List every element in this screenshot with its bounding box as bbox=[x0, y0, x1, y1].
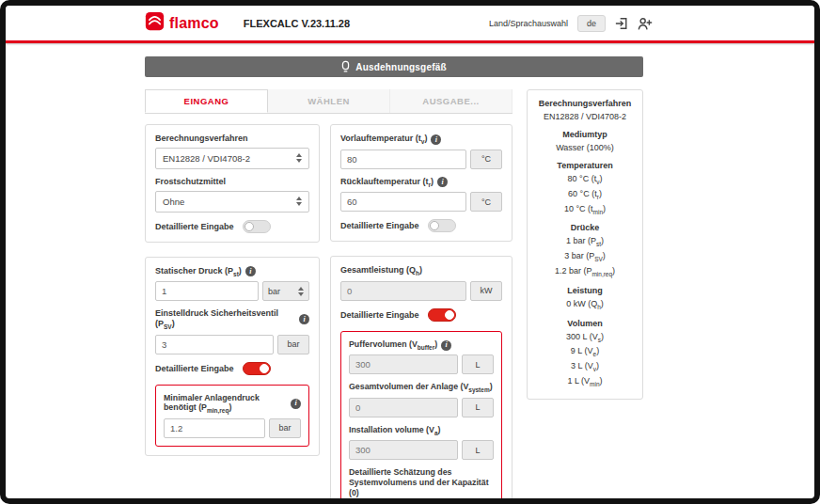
ruecklauftemperatur-input[interactable] bbox=[340, 192, 466, 212]
info-icon[interactable]: i bbox=[245, 266, 256, 276]
summary-method-value: EN12828 / VDI4708-2 bbox=[531, 112, 639, 121]
tab-ausgabe[interactable]: AUSGABE... bbox=[390, 89, 512, 113]
summary-pressure-line: 1 bar (Pst) bbox=[531, 236, 639, 247]
summary-pressure-line: 3 bar (PSV) bbox=[531, 251, 639, 262]
summary-temp-line: 80 °C (tv) bbox=[531, 174, 639, 185]
language-pill[interactable]: de bbox=[577, 15, 606, 32]
vorlauftemperatur-label: Vorlauftemperatur (tv) i bbox=[340, 134, 502, 146]
installation-volume-input bbox=[349, 440, 458, 460]
login-icon[interactable] bbox=[615, 17, 628, 30]
statischer-druck-label: Statischer Druck (Pst) i bbox=[155, 266, 309, 278]
info-icon[interactable]: i bbox=[431, 134, 441, 145]
gesamtleistung-label: Gesamtleistung (Qh) bbox=[340, 265, 502, 277]
calculation-summary-panel: Berechnungsverfahren EN12828 / VDI4708-2… bbox=[527, 89, 643, 400]
detaillierte-eingabe-label: Detaillierte Eingabe bbox=[155, 222, 234, 231]
detaillierte-eingabe-toggle[interactable] bbox=[243, 362, 271, 375]
app-window: flamco FLEXCALC V.23.11.28 Land/Sprachau… bbox=[0, 0, 820, 504]
statischer-druck-unit-select[interactable]: bar bbox=[262, 281, 309, 301]
info-icon[interactable]: i bbox=[299, 314, 309, 324]
flamco-logo[interactable]: flamco bbox=[145, 11, 219, 35]
puffervolumen-unit: L bbox=[462, 354, 494, 374]
summary-method-heading: Berechnungsverfahren bbox=[531, 99, 639, 108]
summary-pressure-line: 1.2 bar (Pmin,req) bbox=[531, 266, 639, 277]
gesamtleistung-input bbox=[340, 281, 466, 301]
page-content: Ausdehnungsgefäß EINGANG WÄHLEN AUSGABE.… bbox=[6, 43, 814, 504]
vorlauftemperatur-input[interactable] bbox=[340, 150, 466, 169]
statischer-druck-input[interactable] bbox=[155, 281, 259, 301]
info-icon[interactable]: i bbox=[437, 177, 448, 187]
detaillierte-eingabe-toggle[interactable] bbox=[243, 220, 271, 233]
tab-waehlen[interactable]: WÄHLEN bbox=[268, 89, 390, 113]
select-arrows-icon bbox=[296, 197, 302, 206]
gesamtvolumen-label: Gesamtvolumen der Anlage (Vsystem) bbox=[349, 382, 494, 394]
frostschutzmittel-label: Frostschutzmittel bbox=[155, 177, 309, 187]
summary-medium-value: Wasser (100%) bbox=[531, 143, 639, 152]
gesamtleistung-unit: kW bbox=[470, 281, 502, 301]
expansion-vessel-icon bbox=[341, 60, 350, 74]
puffervolumen-label: Puffervolumen (Vbuffer) i bbox=[349, 339, 494, 352]
add-user-icon[interactable] bbox=[638, 17, 653, 30]
detaillierte-eingabe-toggle[interactable] bbox=[428, 308, 456, 322]
min-anlagendruck-unit: bar bbox=[269, 418, 301, 438]
summary-temp-line: 10 °C (tmin) bbox=[531, 204, 639, 215]
language-selection-label: Land/Sprachauswahl bbox=[489, 19, 568, 28]
berechnungsverfahren-select[interactable]: EN12828 / VDI4708-2 bbox=[155, 148, 309, 169]
info-icon[interactable]: i bbox=[441, 340, 451, 351]
panel-temperature: Vorlauftemperatur (tv) i °C R bbox=[330, 124, 512, 242]
gesamtvolumen-input bbox=[349, 398, 458, 417]
min-anlagendruck-input[interactable] bbox=[164, 418, 265, 438]
system-volume-estimate-label: Detaillierte Schätzung des Systemvolumen… bbox=[349, 467, 494, 497]
summary-medium-heading: Mediumtyp bbox=[531, 130, 639, 139]
summary-temp-line: 60 °C (tr) bbox=[531, 189, 639, 200]
select-arrows-icon bbox=[296, 153, 302, 163]
detaillierte-eingabe-label: Detaillierte Eingabe bbox=[155, 364, 234, 373]
installation-volume-label: Installation volume (Va) bbox=[349, 425, 494, 437]
min-pressure-detail-box: Minimaler Anlagendruck benötigt (Pmin,re… bbox=[155, 385, 309, 447]
summary-volume-line: 9 L (Ve) bbox=[531, 346, 639, 357]
section-banner-title: Ausdehnungsgefäß bbox=[355, 62, 447, 72]
tab-bar: EINGANG WÄHLEN AUSGABE... bbox=[145, 89, 512, 114]
frostschutzmittel-select[interactable]: Ohne bbox=[155, 191, 309, 213]
summary-volumes-heading: Volumen bbox=[531, 319, 639, 328]
volume-detail-box: Puffervolumen (Vbuffer) i L bbox=[340, 331, 502, 504]
summary-power-heading: Leistung bbox=[531, 286, 639, 295]
puffervolumen-input bbox=[349, 354, 458, 374]
berechnungsverfahren-label: Berechnungsverfahren bbox=[155, 134, 309, 144]
summary-volume-line: 300 L (Vs) bbox=[531, 332, 639, 343]
einstelldruck-input[interactable] bbox=[155, 335, 274, 354]
panel-pressure: Statischer Druck (Pst) i bar bbox=[145, 257, 320, 456]
brand-name: flamco bbox=[169, 15, 219, 32]
summary-pressures-heading: Drücke bbox=[531, 223, 639, 232]
select-arrows-icon bbox=[298, 287, 304, 296]
panel-power: Gesamtleistung (Qh) kW Detaillierte Eing… bbox=[330, 256, 512, 504]
min-anlagendruck-label: Minimaler Anlagendruck benötigt (Pmin,re… bbox=[164, 393, 301, 415]
summary-power-line: 0 kW (Qh) bbox=[531, 299, 639, 310]
summary-volume-line: 3 L (Vv) bbox=[531, 361, 639, 372]
einstelldruck-unit: bar bbox=[277, 335, 309, 354]
summary-temperatures-heading: Temperaturen bbox=[531, 161, 639, 170]
vorlauftemperatur-unit: °C bbox=[470, 150, 502, 169]
gesamtvolumen-unit: L bbox=[462, 398, 494, 417]
panel-method: Berechnungsverfahren EN12828 / VDI4708-2… bbox=[145, 124, 320, 243]
tab-eingang[interactable]: EINGANG bbox=[145, 89, 268, 113]
header: flamco FLEXCALC V.23.11.28 Land/Sprachau… bbox=[6, 6, 814, 40]
ruecklauftemperatur-unit: °C bbox=[470, 192, 502, 212]
info-icon[interactable]: i bbox=[291, 399, 301, 409]
section-banner-expansion-vessel[interactable]: Ausdehnungsgefäß bbox=[145, 56, 643, 77]
app-title: FLEXCALC V.23.11.28 bbox=[244, 18, 350, 29]
flamco-logo-icon bbox=[145, 11, 165, 35]
detaillierte-eingabe-label: Detaillierte Eingabe bbox=[340, 310, 419, 320]
installation-volume-unit: L bbox=[462, 440, 494, 460]
einstelldruck-label: Einstelldruck Sicherheitsventil (PSV) i bbox=[155, 308, 309, 330]
detaillierte-eingabe-label: Detaillierte Eingabe bbox=[340, 221, 419, 230]
detaillierte-eingabe-toggle[interactable] bbox=[428, 219, 456, 232]
ruecklauftemperatur-label: Rücklauftemperatur (tr) i bbox=[340, 177, 502, 189]
summary-volume-line: 1 L (Vmin) bbox=[531, 376, 639, 387]
